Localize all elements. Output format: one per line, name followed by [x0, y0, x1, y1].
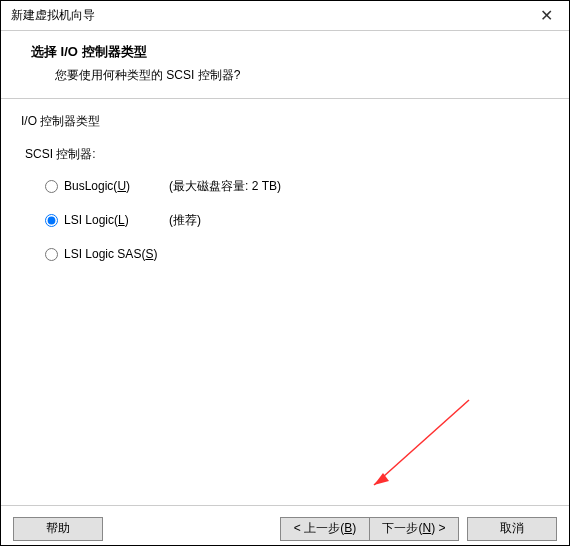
radio-option-lsilogicsas[interactable]: LSI Logic SAS(S): [45, 245, 549, 263]
section-label: I/O 控制器类型: [21, 113, 549, 130]
radio-note: (推荐): [169, 212, 201, 229]
radio-input-buslogic[interactable]: [45, 180, 58, 193]
radio-note: (最大磁盘容量: 2 TB): [169, 178, 281, 195]
window-title: 新建虚拟机向导: [11, 7, 95, 24]
radio-input-lsilogicsas[interactable]: [45, 248, 58, 261]
help-button[interactable]: 帮助: [13, 517, 103, 541]
annotation-arrow-icon: [359, 395, 479, 495]
radio-option-buslogic[interactable]: BusLogic(U) (最大磁盘容量: 2 TB): [45, 177, 549, 195]
svg-marker-1: [374, 473, 389, 485]
back-button[interactable]: < 上一步(B): [280, 517, 370, 541]
radio-label: LSI Logic(L): [64, 213, 159, 227]
radio-label: BusLogic(U): [64, 179, 159, 193]
scsi-radio-group: BusLogic(U) (最大磁盘容量: 2 TB) LSI Logic(L) …: [21, 177, 549, 263]
radio-input-lsilogic[interactable]: [45, 214, 58, 227]
titlebar: 新建虚拟机向导 ✕: [1, 1, 569, 31]
next-button[interactable]: 下一步(N) >: [369, 517, 459, 541]
header-title: 选择 I/O 控制器类型: [31, 43, 569, 61]
radio-option-lsilogic[interactable]: LSI Logic(L) (推荐): [45, 211, 549, 229]
wizard-header: 选择 I/O 控制器类型 您要使用何种类型的 SCSI 控制器?: [1, 31, 569, 99]
content-area: I/O 控制器类型 SCSI 控制器: BusLogic(U) (最大磁盘容量:…: [1, 99, 569, 505]
radio-label: LSI Logic SAS(S): [64, 247, 159, 261]
close-icon[interactable]: ✕: [536, 6, 557, 25]
svg-line-0: [374, 400, 469, 485]
footer: 帮助 < 上一步(B) 下一步(N) > 取消: [1, 505, 569, 546]
subsection-label: SCSI 控制器:: [21, 146, 549, 163]
header-subtitle: 您要使用何种类型的 SCSI 控制器?: [31, 67, 569, 84]
cancel-button[interactable]: 取消: [467, 517, 557, 541]
